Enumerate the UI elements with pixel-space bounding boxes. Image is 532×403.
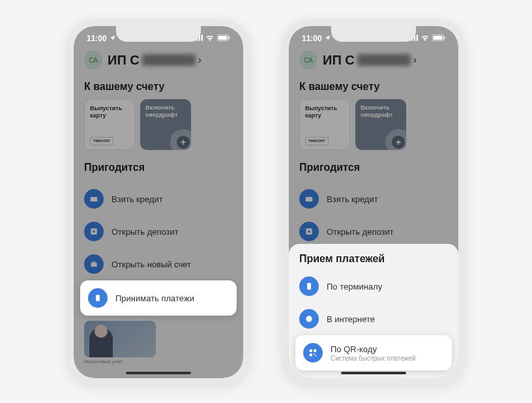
- svg-rect-16: [417, 35, 418, 40]
- svg-rect-29: [316, 355, 317, 357]
- svg-rect-27: [310, 353, 312, 356]
- phone-left: 11:00 СА ИП С: [67, 20, 250, 385]
- svg-rect-19: [444, 37, 445, 40]
- notch: [331, 26, 416, 42]
- dim-overlay: [74, 26, 243, 378]
- phone-left-screen: 11:00 СА ИП С: [74, 26, 243, 378]
- pos-terminal-icon: [299, 276, 319, 296]
- svg-rect-12: [96, 295, 100, 301]
- location-icon: [325, 34, 331, 43]
- sheet-item-internet[interactable]: В интернете: [289, 303, 458, 335]
- list-item-accept-payments[interactable]: Принимать платежи: [80, 280, 237, 316]
- battery-icon: [217, 34, 230, 43]
- qr-icon: [303, 343, 323, 363]
- terminal-icon: [88, 288, 108, 308]
- svg-rect-26: [314, 350, 316, 352]
- bottom-sheet-payments: Прием платежей По терминалу В интернете: [289, 244, 458, 378]
- svg-rect-28: [314, 353, 315, 355]
- svg-rect-23: [307, 283, 311, 290]
- svg-rect-3: [201, 35, 203, 40]
- svg-rect-18: [434, 36, 443, 40]
- location-icon: [110, 34, 116, 43]
- battery-icon: [432, 34, 445, 43]
- svg-rect-6: [229, 37, 230, 40]
- sheet-item-qr[interactable]: По QR-коду Система быстрых платежей: [295, 335, 452, 370]
- home-indicator[interactable]: [126, 372, 191, 374]
- home-indicator[interactable]: [341, 372, 406, 374]
- notch: [116, 26, 201, 42]
- wifi-icon: [205, 34, 214, 43]
- sheet-item-terminal[interactable]: По терминалу: [289, 270, 458, 303]
- phone-right: 11:00 СА ИП С: [282, 20, 465, 385]
- sheet-title: Прием платежей: [289, 250, 458, 270]
- svg-rect-5: [218, 36, 228, 40]
- status-time: 11:00: [87, 34, 107, 43]
- status-time: 11:00: [302, 34, 322, 43]
- svg-point-24: [306, 316, 312, 321]
- svg-rect-25: [310, 350, 312, 352]
- globe-icon: [299, 309, 319, 329]
- phone-right-screen: 11:00 СА ИП С: [289, 26, 458, 378]
- wifi-icon: [421, 34, 430, 43]
